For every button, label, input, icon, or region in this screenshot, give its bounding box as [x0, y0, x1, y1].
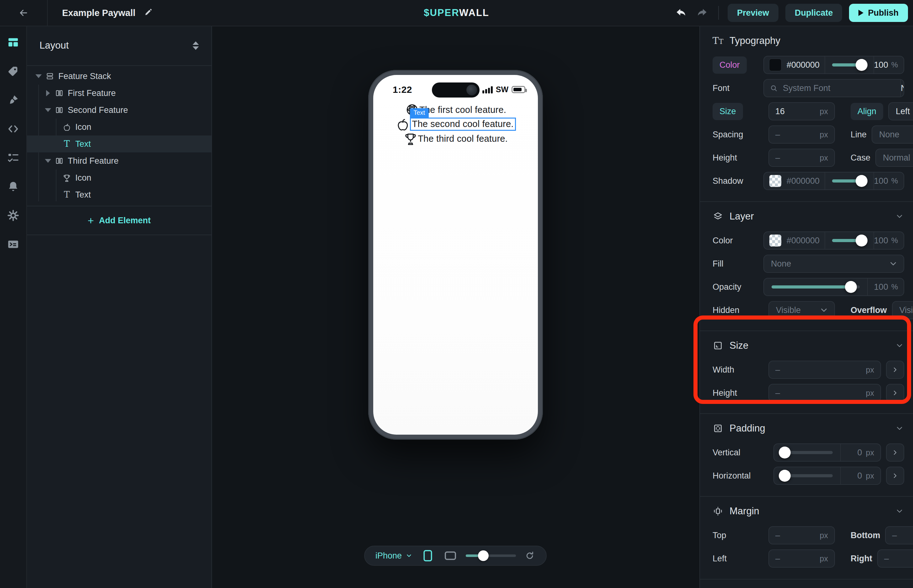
- tree-item-text-third[interactable]: T Text: [27, 186, 212, 203]
- duplicate-button[interactable]: Duplicate: [785, 4, 842, 22]
- text-color-chip[interactable]: Color: [713, 57, 747, 74]
- layer-color-opacity-value[interactable]: 100 %: [874, 232, 903, 249]
- edit-title-icon[interactable]: [141, 6, 155, 20]
- collapse-section-button[interactable]: [895, 506, 904, 516]
- bell-nav-icon[interactable]: [6, 180, 20, 193]
- color-swatch[interactable]: [769, 59, 782, 71]
- caret-down-icon[interactable]: [45, 107, 51, 113]
- preview-button[interactable]: Preview: [728, 4, 779, 22]
- zoom-slider[interactable]: [466, 554, 516, 557]
- font-weight-select[interactable]: Normal: [900, 80, 904, 97]
- font-size-chip[interactable]: Size: [713, 103, 743, 120]
- feature-text[interactable]: The third cool feature.: [418, 134, 508, 144]
- shadow-hex-field[interactable]: #000000: [764, 173, 824, 189]
- color-opacity-value[interactable]: 100 %: [874, 57, 903, 73]
- padding-vertical-slider[interactable]: [774, 444, 840, 461]
- padding-vertical-value[interactable]: 0 px: [840, 444, 881, 461]
- fill-select[interactable]: None: [763, 255, 904, 273]
- tree-item-text-second[interactable]: T Text: [27, 136, 212, 152]
- text-icon: T: [62, 139, 71, 149]
- align-select[interactable]: Left: [888, 102, 913, 120]
- padding-horizontal-slider[interactable]: [774, 467, 840, 484]
- margin-bottom-input[interactable]: – px: [885, 526, 913, 544]
- color-opacity-slider[interactable]: [824, 57, 874, 73]
- layer-color-hex-field[interactable]: #000000: [764, 232, 824, 249]
- spacing-label: Spacing: [713, 130, 763, 139]
- caret-down-icon[interactable]: [45, 158, 51, 164]
- shadow-opacity-value[interactable]: 100 %: [874, 173, 903, 189]
- chevron-right-icon: [891, 389, 899, 397]
- layer-color-swatch[interactable]: [769, 234, 782, 247]
- font-size-input[interactable]: 16 px: [768, 102, 835, 120]
- caret-right-icon[interactable]: [45, 90, 51, 96]
- tree-item-feature-stack[interactable]: Feature Stack: [27, 68, 212, 85]
- letter-spacing-input[interactable]: – px: [768, 126, 835, 144]
- line-select[interactable]: None: [872, 126, 913, 144]
- fill-value: None: [771, 259, 791, 269]
- feature-row-second[interactable]: Text The second cool feature.: [396, 117, 516, 131]
- undo-button[interactable]: [674, 6, 688, 20]
- tree-item-third-feature[interactable]: Third Feature: [27, 152, 212, 170]
- code-nav-icon[interactable]: [6, 122, 20, 136]
- shadow-opacity-slider[interactable]: [824, 173, 874, 189]
- layer-color-opacity-slider[interactable]: [824, 232, 874, 249]
- collapse-section-button[interactable]: [895, 424, 904, 433]
- canvas[interactable]: 1:22 SW The first: [212, 26, 700, 588]
- refresh-button[interactable]: [524, 549, 535, 563]
- opacity-value[interactable]: 100 %: [867, 278, 903, 296]
- landscape-orientation-button[interactable]: [443, 549, 457, 563]
- zoom-slider-thumb[interactable]: [478, 550, 489, 561]
- brush-nav-icon[interactable]: [6, 94, 20, 107]
- font-search-field[interactable]: [764, 80, 900, 97]
- case-select[interactable]: Normal: [875, 149, 913, 167]
- padding-horizontal-value[interactable]: 0 px: [840, 467, 881, 484]
- margin-right-input[interactable]: – px: [877, 549, 913, 568]
- color-hex-field[interactable]: #000000: [764, 57, 824, 73]
- line-height-input[interactable]: – px: [768, 149, 835, 167]
- paywall-preview-screen[interactable]: 1:22 SW The first: [373, 75, 538, 435]
- shadow-label: Shadow: [713, 176, 763, 186]
- feature-list: The first cool feature. Text The second …: [373, 103, 538, 146]
- back-button[interactable]: [0, 0, 48, 26]
- opacity-slider[interactable]: [764, 278, 867, 296]
- feature-text[interactable]: The second cool feature.: [412, 119, 514, 129]
- console-nav-icon[interactable]: [6, 238, 20, 251]
- collapse-section-button[interactable]: [895, 341, 904, 350]
- tag-nav-icon[interactable]: [6, 65, 20, 78]
- shadow-color-swatch[interactable]: [769, 174, 782, 187]
- margin-top-input[interactable]: – px: [768, 526, 835, 544]
- tree-item-first-feature[interactable]: First Feature: [27, 85, 212, 102]
- add-element-button[interactable]: + Add Element: [27, 206, 212, 235]
- tree-item-icon-second[interactable]: Icon: [27, 118, 212, 136]
- line-label: Line: [851, 130, 866, 139]
- device-select[interactable]: iPhone: [375, 551, 412, 561]
- height-advanced-button[interactable]: [886, 384, 904, 402]
- portrait-orientation-button[interactable]: [420, 549, 435, 563]
- padding-vertical-advanced-button[interactable]: [886, 443, 904, 462]
- overflow-select[interactable]: Visible: [892, 301, 913, 319]
- layer-section: Layer Color #000000 100: [700, 202, 913, 331]
- align-chip[interactable]: Align: [851, 103, 883, 120]
- height-input[interactable]: – px: [768, 384, 881, 402]
- feature-row-third[interactable]: The third cool feature.: [403, 131, 508, 146]
- tree-item-icon-third[interactable]: Icon: [27, 170, 212, 186]
- caret-down-icon[interactable]: [36, 73, 41, 79]
- font-search-input[interactable]: [782, 83, 895, 94]
- layout-nav-icon[interactable]: [6, 36, 20, 49]
- width-input[interactable]: – px: [768, 361, 881, 379]
- publish-button[interactable]: Publish: [849, 4, 908, 22]
- width-advanced-button[interactable]: [886, 361, 904, 379]
- gear-nav-icon[interactable]: [6, 209, 20, 222]
- padding-horizontal-advanced-button[interactable]: [886, 467, 904, 485]
- feature-text[interactable]: The first cool feature.: [419, 105, 506, 115]
- collapse-section-button[interactable]: [895, 212, 904, 221]
- selected-text-element[interactable]: Text The second cool feature.: [410, 118, 516, 131]
- layer-order-icon[interactable]: [192, 41, 199, 50]
- checklist-nav-icon[interactable]: [6, 151, 20, 164]
- redo-button[interactable]: [695, 6, 709, 20]
- margin-icon: [713, 506, 723, 517]
- margin-right-label: Right: [851, 554, 872, 564]
- hidden-select[interactable]: Visible: [768, 301, 835, 319]
- margin-left-input[interactable]: – px: [768, 549, 835, 568]
- tree-item-second-feature[interactable]: Second Feature: [27, 102, 212, 118]
